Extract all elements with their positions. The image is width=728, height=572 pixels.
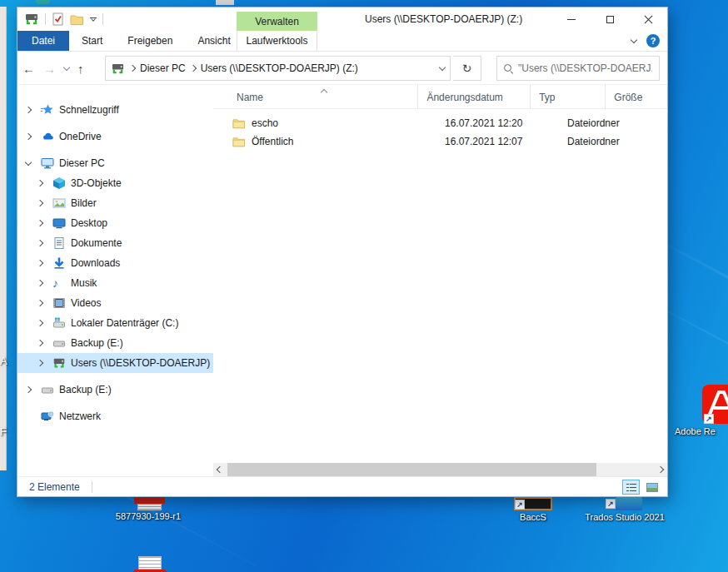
sidebar-item-musik[interactable]: ♪ Musik (17, 273, 213, 293)
sidebar-item-lokaler-datentraeger-c[interactable]: Lokaler Datenträger (C:) (17, 313, 213, 333)
ribbon-right-controls: ? (631, 31, 660, 51)
this-pc-monitor-icon (41, 157, 54, 170)
chevron-right-icon[interactable] (25, 386, 32, 393)
table-row[interactable]: escho 16.07.2021 12:20 Dateiordner (213, 114, 667, 132)
new-folder-icon[interactable] (70, 13, 84, 26)
sidebar-item-videos[interactable]: Videos (17, 293, 213, 313)
up-button[interactable]: ↑ (77, 62, 84, 76)
column-header-size[interactable]: Größe (606, 85, 667, 108)
chevron-right-icon[interactable] (37, 340, 43, 346)
horizontal-scrollbar[interactable] (213, 463, 667, 476)
onedrive-cloud-icon (41, 130, 54, 143)
sidebar-item-bilder[interactable]: Bilder (17, 193, 213, 213)
help-icon[interactable]: ? (646, 34, 660, 47)
chevron-right-icon[interactable] (37, 180, 43, 187)
search-box[interactable] (496, 56, 660, 81)
chevron-right-icon[interactable] (37, 320, 43, 326)
document-icon[interactable] (138, 556, 162, 570)
trados-app-icon[interactable] (616, 497, 642, 510)
desktop-icon-label[interactable]: 5877930-199-r1 (98, 511, 198, 521)
sidebar-item-label: Downloads (71, 257, 120, 269)
scroll-left-icon[interactable] (213, 463, 227, 476)
pdf-document-icon[interactable] (137, 504, 162, 510)
window-controls (552, 7, 667, 31)
breadcrumb-current-folder[interactable]: Users (\\DESKTOP-DOAERJP) (Z:) (201, 62, 358, 74)
sidebar-item-3d-objekte[interactable]: 3D-Objekte (17, 173, 213, 193)
column-header-name[interactable]: Name (213, 85, 418, 108)
chevron-right-icon[interactable] (37, 280, 43, 286)
expand-ribbon-icon[interactable] (631, 36, 637, 42)
chevron-right-icon[interactable] (37, 300, 43, 306)
address-bar[interactable]: Dieser PC Users (\\DESKTOP-DOAERJP) (Z:) (105, 56, 451, 81)
item-count: 2 Elemente (29, 481, 80, 493)
desktop-icon-label[interactable]: BaccS (496, 512, 571, 522)
sidebar-item-schnellzugriff[interactable]: Schnellzugriff (17, 100, 213, 120)
breadcrumb-dieser-pc[interactable]: Dieser PC (140, 62, 186, 74)
sidebar-item-label: Videos (71, 297, 101, 309)
pdf-document-icon[interactable] (134, 497, 165, 504)
chevron-right-icon[interactable] (37, 200, 43, 206)
chevron-right-icon[interactable] (37, 240, 43, 246)
sidebar-item-downloads[interactable]: Downloads (17, 253, 213, 273)
title-bar[interactable]: Verwalten Users (\\DESKTOP-DOAERJP) (Z:) (17, 7, 667, 31)
column-header-date[interactable]: Änderungsdatum (418, 85, 531, 108)
tab-freigeben[interactable]: Freigeben (115, 31, 185, 51)
tab-start[interactable]: Start (69, 31, 115, 51)
tab-laufwerktools[interactable]: Laufwerktools (237, 31, 317, 51)
chevron-down-icon[interactable] (25, 158, 32, 165)
sidebar-item-backup-e-2[interactable]: Backup (E:) (17, 380, 213, 400)
scrollbar-thumb[interactable] (227, 463, 596, 476)
forward-button[interactable]: → (43, 62, 56, 76)
sidebar-item-label: Dokumente (71, 237, 122, 249)
desktop-icon-label[interactable]: Trados Studio 2021 (583, 512, 666, 522)
folder-icon (232, 136, 246, 147)
search-input[interactable] (518, 62, 652, 74)
table-row[interactable]: Öffentlich 16.07.2021 12:07 Dateiordner (213, 132, 667, 151)
chevron-right-icon[interactable] (37, 260, 43, 266)
sidebar-item-onedrive[interactable]: OneDrive (17, 127, 213, 147)
back-button[interactable]: ← (22, 62, 35, 76)
chevron-right-icon[interactable] (37, 360, 43, 366)
desktop-icon-label[interactable]: Adobe Re (675, 426, 728, 436)
address-dropdown-icon[interactable] (439, 63, 446, 70)
main-content: Schnellzugriff OneDrive (17, 85, 667, 463)
desktop-icon-label-fragment: F (0, 425, 7, 438)
sidebar-item-backup-e[interactable]: Backup (E:) (17, 333, 213, 353)
chevron-right-icon[interactable] (25, 107, 32, 113)
breadcrumb-separator-icon (129, 65, 136, 72)
details-view-button[interactable] (622, 480, 640, 495)
sidebar-item-label: OneDrive (59, 131, 102, 142)
sidebar-item-label: Netzwerk (59, 410, 101, 422)
sidebar-item-netzwerk[interactable]: Netzwerk (17, 406, 213, 426)
large-icons-view-button[interactable] (643, 480, 661, 495)
sidebar-item-dieser-pc[interactable]: Dieser PC (17, 153, 213, 173)
refresh-button[interactable]: ↻ (453, 56, 481, 81)
column-label: Name (237, 92, 263, 103)
shortcut-arrow-icon: ↗ (606, 499, 616, 509)
file-name-cell[interactable]: escho (213, 117, 436, 129)
column-header-type[interactable]: Typ (531, 85, 606, 108)
tab-ansicht[interactable]: Ansicht (185, 31, 242, 51)
customize-toolbar-icon[interactable] (90, 17, 97, 21)
recent-locations-icon[interactable] (63, 63, 70, 70)
chevron-right-icon[interactable] (25, 133, 32, 140)
background-window-edge (0, 7, 7, 470)
chevron-right-icon[interactable] (37, 220, 43, 226)
scroll-right-icon[interactable] (654, 463, 667, 476)
file-name-cell[interactable]: Öffentlich (213, 136, 436, 147)
tab-datei[interactable]: Datei (17, 31, 69, 51)
sidebar-item-label: Musik (71, 277, 97, 289)
navigation-pane: Schnellzugriff OneDrive (17, 85, 213, 463)
file-type: Dateiordner (559, 117, 641, 129)
column-label: Änderungsdatum (426, 92, 502, 103)
network-icon (41, 410, 54, 423)
navigation-bar: ← → ↑ Dieser PC Users (\\DESKTOP-DOAERJP… (17, 52, 667, 85)
search-icon (504, 64, 512, 72)
maximize-button[interactable] (591, 7, 629, 31)
sidebar-item-users-z-selected[interactable]: Users (\\DESKTOP-DOAERJP) (Z:) (17, 353, 213, 373)
sidebar-item-desktop[interactable]: Desktop (17, 213, 213, 233)
close-button[interactable] (629, 7, 667, 31)
minimize-button[interactable] (552, 7, 591, 31)
sidebar-item-dokumente[interactable]: Dokumente (17, 233, 213, 253)
properties-icon[interactable] (52, 12, 64, 26)
